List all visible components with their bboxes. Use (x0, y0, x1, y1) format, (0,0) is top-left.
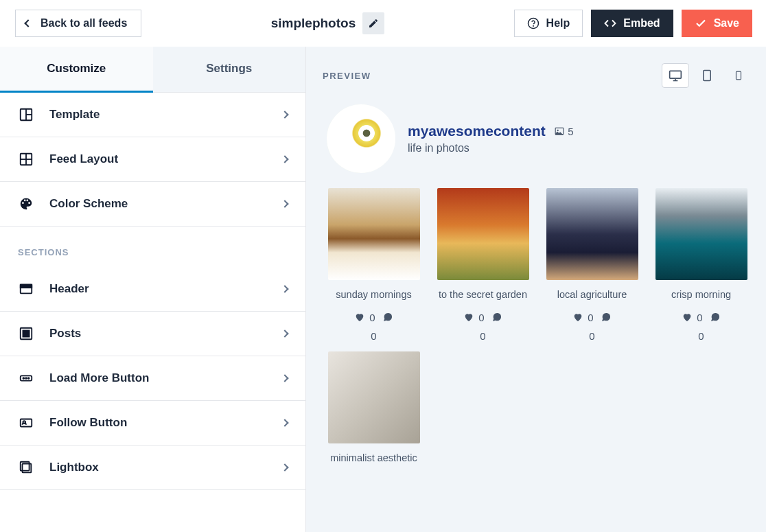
post-thumbnail (328, 188, 420, 280)
device-tablet-button[interactable] (693, 63, 721, 88)
comment-icon (382, 312, 393, 323)
profile-description: life in photos (408, 142, 574, 154)
avatar (327, 104, 395, 173)
section-lightbox[interactable]: Lightbox (0, 446, 305, 490)
svg-rect-16 (21, 419, 32, 427)
section-lightbox-label: Lightbox (49, 461, 267, 474)
lightbox-icon (18, 459, 34, 476)
section-posts[interactable]: Posts (0, 312, 305, 356)
preview-header: PREVIEW (323, 63, 752, 88)
svg-point-1 (533, 25, 533, 26)
section-load-more[interactable]: Load More Button (0, 356, 305, 401)
section-posts-label: Posts (49, 327, 267, 340)
tab-customize-label: Customize (47, 62, 106, 75)
likes-count: 0 (697, 312, 702, 323)
post-card[interactable]: sunday mornings 0 0 (324, 188, 423, 342)
svg-rect-20 (670, 71, 682, 78)
post-caption: minimalist aesthetic (330, 452, 417, 465)
embed-label: Embed (623, 17, 660, 30)
tab-settings[interactable]: Settings (153, 47, 306, 93)
pencil-icon (368, 18, 379, 29)
tab-settings-label: Settings (206, 62, 252, 75)
comments-count: 0 (480, 330, 485, 342)
post-card[interactable]: minimalist aesthetic (324, 351, 423, 465)
svg-rect-25 (736, 71, 741, 80)
chevron-right-icon (281, 374, 288, 382)
post-card[interactable]: local agriculture 0 0 (542, 188, 642, 342)
load-more-icon (18, 370, 34, 386)
post-card[interactable]: crisp morning 0 0 (651, 188, 751, 342)
profile-info: myawesomecontent 5 life in photos (408, 123, 574, 154)
template-icon (18, 106, 34, 123)
menu-template-label: Template (49, 108, 267, 122)
embed-button[interactable]: Embed (591, 10, 673, 37)
post-caption: crisp morning (671, 288, 731, 302)
post-card[interactable]: to the secret garden 0 0 (433, 188, 533, 342)
svg-rect-9 (21, 285, 32, 288)
preview-label: PREVIEW (323, 71, 371, 81)
tab-customize[interactable]: Customize (0, 47, 153, 93)
post-count: 5 (554, 126, 573, 137)
menu-color-scheme[interactable]: Color Scheme (0, 182, 305, 227)
post-stats: 0 0 (457, 312, 509, 342)
menu-feed-layout[interactable]: Feed Layout (0, 137, 305, 182)
preview-panel: PREVIEW myawesomecontent 5 life in photo… (306, 47, 766, 532)
comment-icon (491, 312, 502, 323)
profile-name[interactable]: myawesomecontent (408, 123, 546, 139)
help-icon (527, 17, 539, 30)
menu-color-scheme-label: Color Scheme (49, 197, 267, 211)
section-header[interactable]: Header (0, 267, 305, 312)
menu-template[interactable]: Template (0, 93, 305, 137)
image-icon (554, 126, 565, 136)
back-button[interactable]: Back to all feeds (15, 10, 141, 37)
chevron-left-icon (24, 19, 32, 27)
chevron-right-icon (281, 463, 288, 471)
chevron-right-icon (281, 111, 288, 118)
tablet-icon (701, 69, 713, 82)
feed-title: simplephotos (271, 16, 356, 31)
top-bar: Back to all feeds simplephotos Help Embe… (0, 0, 766, 47)
svg-rect-11 (23, 330, 29, 336)
main-area: Customize Settings Template Feed Layout … (0, 47, 766, 532)
likes-count: 0 (588, 312, 593, 323)
sections-heading: SECTIONS (0, 227, 305, 267)
chevron-right-icon (281, 200, 288, 207)
help-button[interactable]: Help (514, 10, 583, 37)
post-stats: 0 0 (675, 312, 727, 342)
edit-title-button[interactable] (362, 12, 384, 34)
likes-count: 0 (369, 312, 375, 323)
heart-icon (682, 312, 693, 323)
comments-count: 0 (589, 330, 594, 342)
save-label: Save (714, 17, 739, 30)
comment-icon (710, 312, 721, 323)
post-count-value: 5 (568, 126, 573, 137)
post-stats: 0 0 (566, 312, 618, 342)
heart-icon (354, 312, 365, 323)
likes-count: 0 (478, 312, 484, 323)
device-mobile-button[interactable] (725, 63, 752, 88)
help-label: Help (546, 17, 570, 30)
code-icon (604, 17, 616, 30)
sidebar: Customize Settings Template Feed Layout … (0, 47, 306, 532)
svg-point-14 (25, 378, 27, 379)
post-stats: 0 0 (348, 312, 399, 342)
svg-point-13 (23, 378, 24, 379)
posts-grid: sunday mornings 0 0 to the secret garden… (323, 188, 752, 465)
comments-count: 0 (371, 330, 376, 342)
mobile-icon (734, 69, 743, 82)
chevron-right-icon (281, 155, 288, 163)
heart-icon (463, 312, 474, 323)
desktop-icon (669, 69, 682, 82)
comment-icon (601, 312, 612, 323)
post-thumbnail (546, 188, 638, 280)
post-thumbnail (655, 188, 747, 280)
device-desktop-button[interactable] (662, 63, 689, 88)
svg-point-28 (557, 130, 559, 131)
section-follow[interactable]: Follow Button (0, 401, 305, 446)
svg-point-15 (28, 378, 30, 379)
post-caption: sunday mornings (336, 288, 411, 302)
post-thumbnail (328, 351, 420, 443)
save-button[interactable]: Save (682, 10, 752, 37)
section-header-label: Header (49, 282, 267, 296)
heart-icon (572, 312, 583, 323)
